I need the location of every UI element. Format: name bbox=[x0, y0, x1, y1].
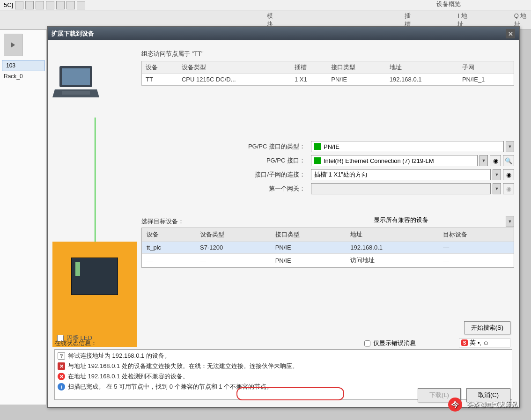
toolbar-icon[interactable] bbox=[15, 1, 23, 9]
svg-rect-1 bbox=[62, 68, 90, 85]
settings-icon[interactable]: ◉ bbox=[490, 155, 501, 166]
col-devtype: 设备类型 bbox=[195, 228, 271, 242]
start-search-button[interactable]: 开始搜索(S) bbox=[464, 321, 510, 334]
col-subnet: 子网 bbox=[458, 61, 514, 74]
pgpc-type-label: PG/PC 接口的类型： bbox=[235, 142, 305, 151]
col-device: 设备 bbox=[142, 61, 178, 74]
dropdown-arrow-icon[interactable] bbox=[493, 169, 501, 180]
target-filter-select[interactable]: 显示所有兼容的设备 bbox=[374, 216, 506, 227]
laptop-icon bbox=[52, 64, 99, 101]
devices-table: 设备 设备类型 接口类型 地址 目标设备 tt_plc S7-1200 PN/I… bbox=[141, 228, 514, 268]
search-icon[interactable]: 🔍 bbox=[503, 155, 514, 166]
col-slot: 插槽 bbox=[291, 61, 327, 74]
connection-line bbox=[95, 118, 96, 249]
ime-lang: 英 bbox=[470, 339, 476, 347]
pgpc-type-select[interactable]: PN/IE bbox=[311, 141, 504, 152]
config-row[interactable]: TT CPU 1215C DC/D... 1 X1 PN/IE 192.168.… bbox=[142, 74, 514, 85]
col-device: 设备 bbox=[142, 228, 195, 242]
download-dialog: 扩展下载到设备 ✕ 闪烁 LED 组态访问节点属于 "TT" bbox=[47, 26, 520, 408]
ime-indicator[interactable]: S 英 •‚ ☺ bbox=[459, 338, 510, 347]
toolbar-icon[interactable] bbox=[46, 1, 54, 9]
tree-rack-label[interactable]: Rack_0 bbox=[2, 71, 44, 81]
dropdown-arrow-icon[interactable] bbox=[479, 155, 488, 166]
toolbar-icon[interactable] bbox=[56, 1, 65, 9]
toolbar-icon[interactable] bbox=[77, 1, 85, 9]
conn-label: 接口/子网的连接： bbox=[235, 170, 305, 179]
toutiao-icon: 今 bbox=[448, 398, 462, 412]
col-devtype: 设备类型 bbox=[178, 61, 291, 74]
nav-arrow-button[interactable] bbox=[4, 34, 22, 56]
title-fragment: 5C] bbox=[4, 1, 13, 8]
svg-rect-2 bbox=[62, 91, 90, 95]
pgpc-if-select[interactable]: Intel(R) Ethernet Connection (7) I219-LM bbox=[311, 155, 478, 166]
config-nodes-table: 设备 设备类型 插槽 接口类型 地址 子网 TT CPU 1215C DC/D.… bbox=[141, 61, 514, 86]
col-addr: 地址 bbox=[346, 228, 438, 242]
device-row[interactable]: tt_plc S7-1200 PN/IE 192.168.0.1 — bbox=[142, 242, 514, 254]
sogou-icon: S bbox=[461, 339, 468, 346]
plc-device-icon bbox=[71, 258, 118, 295]
errors-only-checkbox[interactable] bbox=[364, 340, 370, 346]
dialog-titlebar: 扩展下载到设备 ✕ bbox=[48, 27, 519, 40]
errors-only-label: 仅显示错误消息 bbox=[373, 339, 416, 347]
dropdown-arrow-icon bbox=[493, 183, 501, 194]
col-target: 目标设备 bbox=[438, 228, 514, 242]
config-nodes-heading: 组态访问节点属于 "TT" bbox=[141, 50, 204, 58]
settings-icon[interactable]: ◉ bbox=[503, 183, 514, 194]
watermark: 今 头条 @电气大师兄 bbox=[448, 398, 517, 412]
target-label: 选择目标设备： bbox=[141, 217, 184, 226]
topology-column: 闪烁 LED bbox=[52, 45, 137, 326]
col-addr: 地址 bbox=[386, 61, 458, 74]
col-iftype: 接口类型 bbox=[271, 228, 346, 242]
plc-highlight-box: 闪烁 LED bbox=[52, 242, 137, 347]
dropdown-arrow-icon[interactable] bbox=[506, 216, 514, 227]
gateway-label: 第一个网关： bbox=[235, 184, 305, 193]
target-selector-row: 选择目标设备： 显示所有兼容的设备 bbox=[141, 216, 514, 227]
gateway-select bbox=[311, 183, 491, 194]
toolbar-icon[interactable] bbox=[25, 1, 34, 9]
status-heading: 在线状态信息： bbox=[54, 339, 97, 347]
question-icon: ? bbox=[58, 352, 65, 360]
device-row[interactable]: — — PN/IE 访问地址 — bbox=[142, 254, 514, 267]
watermark-text: 头条 @电气大师兄 bbox=[467, 400, 517, 409]
col-iftype: 接口类型 bbox=[327, 61, 386, 74]
error-icon: ✕ bbox=[58, 362, 65, 370]
toolbar-icon[interactable] bbox=[36, 1, 44, 9]
close-icon[interactable]: ✕ bbox=[506, 29, 515, 38]
settings-icon[interactable]: ◉ bbox=[503, 169, 514, 180]
conn-select[interactable]: 插槽"1 X1"处的方向 bbox=[311, 169, 491, 180]
connection-form: PG/PC 接口的类型： PN/IE PG/PC 接口： Intel(R) Et… bbox=[235, 141, 514, 197]
dialog-title: 扩展下载到设备 bbox=[52, 29, 94, 38]
error-icon: ✕ bbox=[58, 373, 65, 380]
main-toolbar: 5C] 设备概览 bbox=[0, 0, 531, 10]
pgpc-if-label: PG/PC 接口： bbox=[235, 156, 305, 165]
sidebar: 103 Rack_0 bbox=[0, 30, 47, 405]
dropdown-arrow-icon[interactable] bbox=[506, 141, 514, 152]
toolbar-icon[interactable] bbox=[66, 1, 75, 9]
device-overview-label: 设备概览 bbox=[436, 0, 461, 8]
tree-item-103[interactable]: 103 bbox=[2, 60, 44, 71]
info-icon: i bbox=[58, 383, 65, 391]
